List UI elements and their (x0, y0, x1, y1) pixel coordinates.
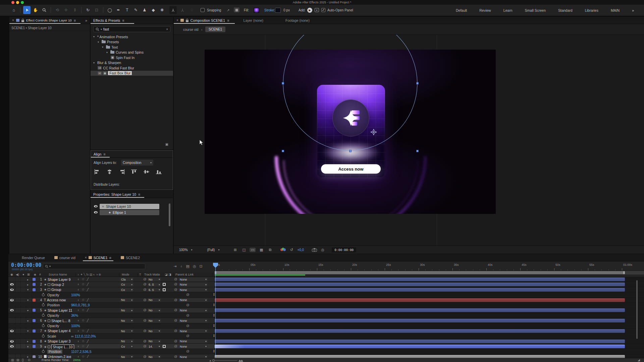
align-tab[interactable]: Align (94, 152, 101, 156)
eye-icon[interactable] (94, 205, 98, 207)
stroke-width-value[interactable]: 0 px (283, 8, 290, 12)
composition-tab[interactable]: Composition SCENE1 (191, 18, 225, 22)
tree-item[interactable]: ▾* Animation Presets (91, 34, 173, 40)
chevron-down-icon[interactable]: ▾ (102, 46, 105, 49)
expand-icon[interactable]: ▸ (27, 340, 29, 343)
eye-icon[interactable] (10, 340, 14, 343)
expand-icon[interactable]: ▸ (27, 283, 29, 286)
layer-name[interactable]: Access now (47, 298, 66, 302)
breadcrumb-root[interactable]: course vid (183, 28, 199, 32)
property-pickwhip-icon[interactable]: @ (186, 334, 190, 338)
property-pickwhip-icon[interactable]: @ (186, 303, 190, 307)
timeline-tab-scene2[interactable]: SCENE2 (117, 254, 143, 261)
property-row[interactable]: Position960,0,781,9@I (8, 303, 644, 308)
stroke-swatch[interactable] (275, 8, 281, 13)
track-matte-dropdown[interactable]: No▾ (148, 298, 161, 302)
effects-switch-icon[interactable]: ⚙ (82, 340, 85, 343)
parent-link-dropdown[interactable]: None▾ (179, 345, 208, 349)
collapse-switch-icon[interactable]: ♁ (77, 308, 79, 312)
label-color-chip[interactable] (33, 340, 36, 343)
channel-colors-icon[interactable] (280, 248, 286, 252)
region-of-interest-icon[interactable]: ▭ (250, 248, 256, 252)
track-matte-column[interactable]: Track Matte (144, 273, 160, 276)
collapse-icon[interactable]: ▾ (27, 288, 29, 291)
comp-viewer[interactable]: Access now (174, 35, 644, 245)
property-row[interactable]: Scale∞ 112,0,112,0%@I (8, 334, 644, 339)
property-name[interactable]: Scale (47, 334, 56, 338)
keyframe-marker[interactable]: I (213, 349, 215, 353)
parent-link-dropdown[interactable]: None▾ (179, 319, 208, 323)
workspace-tab-default[interactable]: Default (456, 8, 467, 12)
tree-item[interactable]: ▾Blur & Sharpen (91, 60, 173, 66)
eye-icon[interactable] (10, 330, 14, 332)
pan-camera-tool[interactable]: ✛ (62, 6, 70, 14)
layer-duration-bar[interactable] (215, 329, 625, 333)
layer-track[interactable]: I (215, 349, 644, 354)
tree-item[interactable]: ▦Spin Fast In (91, 55, 173, 60)
quality-switch-icon[interactable]: ╱ (87, 355, 89, 358)
layer-row[interactable]: ▾3★Group♁⚙╱Co▾@6. S▾@None▾ (8, 287, 644, 292)
access-now-button[interactable]: Access now (321, 164, 381, 174)
align-target-dropdown[interactable]: Composition▾ (121, 160, 153, 166)
layer-duration-bar[interactable] (215, 298, 625, 302)
layer-row[interactable]: ▸8★Shape Layer 3♁⚙╱No▾@No▾@None▾ (8, 339, 644, 344)
parent-pickwhip-icon[interactable]: @ (174, 282, 177, 286)
matte-pickwhip-icon[interactable]: @ (143, 282, 147, 286)
snapshot-camera-icon[interactable] (312, 248, 317, 252)
collapse-switch-icon[interactable]: ♁ (77, 329, 79, 333)
collapse-switch-icon[interactable]: ♁ (77, 278, 79, 281)
parent-pickwhip-icon[interactable]: @ (174, 339, 177, 343)
effects-presets-tab[interactable]: Effects & Presets (93, 18, 120, 22)
quality-switch-icon[interactable]: ╱ (87, 319, 89, 322)
breadcrumb-current[interactable]: SCENE1 (205, 26, 225, 32)
work-area-track[interactable] (215, 271, 644, 275)
rotation-tool[interactable]: ↻ (84, 6, 92, 14)
property-row[interactable]: Opacity100%@I (8, 323, 644, 328)
snapping-checkbox[interactable] (201, 8, 205, 12)
property-row[interactable]: Opacity36%@I (8, 313, 644, 318)
matte-pickwhip-icon[interactable]: @ (143, 339, 147, 343)
label-color-chip[interactable] (33, 345, 36, 348)
layer-row[interactable]: ▾5★Shape Layer 11♁⚙╱No▾@No▾@None▾ (8, 308, 644, 313)
snap-along-edges-icon[interactable]: ↗ (227, 8, 229, 12)
render-time-pane-icon[interactable]: ⊡ (28, 358, 31, 362)
workspace-tab-libraries[interactable]: Libraries (585, 8, 598, 12)
matte-pickwhip-icon[interactable]: @ (143, 355, 147, 358)
chevron-down-icon[interactable]: ▾ (93, 61, 96, 64)
frame-blend-icon[interactable]: ▤ (186, 264, 189, 268)
eye-icon[interactable] (10, 299, 14, 301)
layer-duration-bar[interactable] (215, 308, 625, 312)
layer-row[interactable]: ▸10Unknown-2.jpg♁⚙╱No▾@No▾@None▾ (8, 354, 644, 358)
effects-switch-icon[interactable]: ⚙ (82, 278, 85, 281)
scrollbar[interactable] (169, 203, 170, 226)
stopwatch-icon[interactable] (42, 314, 45, 317)
track-matte-dropdown[interactable]: 14.▾ (148, 345, 161, 349)
panel-menu-icon[interactable]: ≡ (74, 18, 76, 22)
layer-duration-bar[interactable] (215, 340, 625, 343)
collapse-switch-icon[interactable]: ♁ (77, 345, 79, 348)
stopwatch-icon[interactable] (42, 304, 45, 306)
label-color-chip[interactable] (33, 288, 36, 291)
selection-handle[interactable] (282, 82, 284, 84)
expand-icon[interactable]: ▸ (27, 278, 29, 281)
add-play-icon[interactable]: ▶ (307, 8, 312, 13)
search-options-chevron-icon[interactable]: ▾ (101, 28, 102, 31)
collapse-icon[interactable]: ▾ (27, 319, 29, 322)
layer-track[interactable]: I (215, 303, 644, 307)
matte-pickwhip-icon[interactable]: @ (143, 329, 147, 333)
parent-link-dropdown[interactable]: None▾ (179, 329, 208, 333)
layer-row[interactable]: ▸2★Group 2♁⚙╱Co▾@6. S▾@None▾ (8, 282, 644, 287)
property-row[interactable]: Position1107,2,536,5@I (8, 349, 644, 354)
track-matte-dropdown[interactable]: No▾ (148, 308, 161, 312)
selection-handle[interactable] (282, 150, 284, 152)
search-input-value[interactable]: fast (103, 27, 165, 31)
parent-pickwhip-icon[interactable]: @ (174, 298, 177, 302)
quality-switch-icon[interactable]: ╱ (87, 288, 89, 291)
source-name-column[interactable]: Source Name (49, 273, 67, 276)
layer-tab[interactable]: Layer (none) (244, 18, 264, 22)
collapse-icon[interactable]: ▾ (27, 309, 29, 312)
clear-search-icon[interactable]: × (166, 27, 168, 31)
blend-mode-dropdown[interactable]: No▾ (120, 340, 133, 344)
workspace-tab-main[interactable]: MAIN (611, 8, 620, 12)
parent-pickwhip-icon[interactable]: @ (174, 329, 177, 333)
